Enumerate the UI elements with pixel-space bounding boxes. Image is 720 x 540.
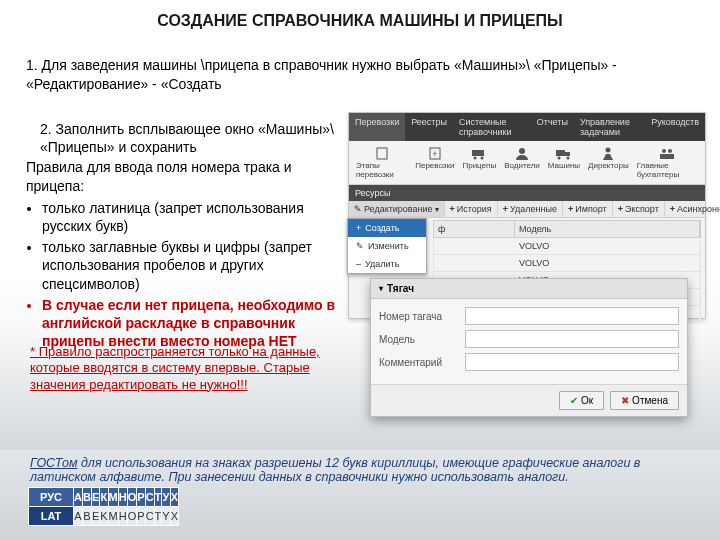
export-button[interactable]: +Экспорт <box>613 201 665 217</box>
menu-item[interactable]: Перевозки <box>349 113 405 141</box>
trailer-icon <box>470 146 488 160</box>
svg-rect-8 <box>565 152 570 156</box>
chevron-down-icon: ▾ <box>435 205 439 214</box>
svg-rect-7 <box>556 150 565 156</box>
minus-icon: – <box>356 259 361 269</box>
plus-icon: + <box>356 223 361 233</box>
grid-col-1[interactable]: ф <box>434 221 515 237</box>
tool-transports[interactable]: +Перевозки <box>412 144 457 181</box>
red-note: * Правило распространяется только на дан… <box>30 344 330 393</box>
ok-button[interactable]: ✔Ок <box>559 391 604 410</box>
step-2-text: 2. Заполнить всплывающее окно «Машины»\ … <box>26 120 336 156</box>
truck-icon <box>555 146 573 160</box>
svg-rect-3 <box>472 150 484 156</box>
table-rus-label: РУС <box>29 488 74 507</box>
gost-text: для использования на знаках разрешены 12… <box>30 456 640 484</box>
table-row: VOLVO <box>433 238 701 255</box>
table-row: VOLVO <box>433 255 701 272</box>
plus-icon: + <box>670 204 675 214</box>
popup-window: ▾Тягач Номер тагача Модель Комментарий ✔… <box>370 278 688 417</box>
edit-dropdown-button[interactable]: ✎Редактирование▾ <box>349 201 445 217</box>
gost-note: ГОСТом для использования на знаках разре… <box>30 456 690 484</box>
model-input[interactable] <box>465 330 679 348</box>
svg-point-12 <box>662 149 666 153</box>
svg-point-5 <box>481 157 484 160</box>
field-row: Комментарий <box>379 353 679 371</box>
menu-item[interactable]: Реестры <box>405 113 453 141</box>
plus-icon: + <box>618 204 623 214</box>
tractor-number-input[interactable] <box>465 307 679 325</box>
tool-directors[interactable]: Директоры <box>585 144 632 181</box>
history-button[interactable]: +История <box>445 201 498 217</box>
rule-item: только латиница (запрет использования ру… <box>42 199 336 235</box>
menu-item[interactable]: Руководств <box>645 113 705 141</box>
tool-trucks[interactable]: Машины <box>545 144 583 181</box>
cross-icon: ✖ <box>621 395 629 406</box>
clipboard-plus-icon: + <box>426 146 444 160</box>
async-button[interactable]: +Асинхронн <box>665 201 720 217</box>
svg-rect-14 <box>660 154 674 159</box>
tool-trailers[interactable]: Прицепы <box>459 144 499 181</box>
dropdown-create[interactable]: +Создать <box>348 219 426 237</box>
svg-point-4 <box>474 157 477 160</box>
person-suit-icon <box>599 146 617 160</box>
svg-point-10 <box>566 157 569 160</box>
import-button[interactable]: +Импорт <box>563 201 613 217</box>
chevron-down-icon[interactable]: ▾ <box>379 284 383 293</box>
menu-item[interactable]: Системные справочники <box>453 113 531 141</box>
resources-header: Ресурсы <box>349 185 705 201</box>
deleted-button[interactable]: +Удаленные <box>498 201 563 217</box>
step-1-text: 1. Для заведения машины \прицепа в справ… <box>26 56 694 94</box>
menu-item[interactable]: Отчеты <box>531 113 574 141</box>
svg-point-9 <box>557 157 560 160</box>
svg-point-13 <box>668 149 672 153</box>
rule-item: только заглавные буквы и цифры (запрет и… <box>42 238 336 293</box>
rules-heading: Правила для ввода поля номера трака и пр… <box>26 158 336 194</box>
gost-link[interactable]: ГОСТом <box>30 456 77 470</box>
edit-dropdown-menu: +Создать ✎Изменить –Удалить <box>347 218 427 274</box>
field-label: Комментарий <box>379 357 465 368</box>
grid-col-2[interactable]: Модель <box>515 221 700 237</box>
team-icon <box>658 146 676 160</box>
check-icon: ✔ <box>570 395 578 406</box>
menu-item[interactable]: Управление задачами <box>574 113 645 141</box>
dropdown-delete[interactable]: –Удалить <box>348 255 426 273</box>
pencil-icon: ✎ <box>356 241 364 251</box>
edit-bar: ✎Редактирование▾ +История +Удаленные +Им… <box>349 201 705 218</box>
menu-bar: Перевозки Реестры Системные справочники … <box>349 113 705 141</box>
popup-title: ▾Тягач <box>371 279 687 299</box>
plus-icon: + <box>568 204 573 214</box>
plus-icon: + <box>503 204 508 214</box>
person-icon <box>513 146 531 160</box>
tool-stages[interactable]: Этапы перевозки <box>353 144 410 181</box>
left-column: 2. Заполнить всплывающее окно «Машины»\ … <box>26 120 336 353</box>
tool-accountants[interactable]: Главные бухгалтеры <box>634 144 701 181</box>
dropdown-change[interactable]: ✎Изменить <box>348 237 426 255</box>
svg-rect-0 <box>377 148 387 159</box>
field-row: Номер тагача <box>379 307 679 325</box>
slide-title: СОЗДАНИЕ СПРАВОЧНИКА МАШИНЫ И ПРИЦЕПЫ <box>0 12 720 30</box>
comment-input[interactable] <box>465 353 679 371</box>
pencil-icon: ✎ <box>354 204 362 214</box>
svg-point-11 <box>606 148 611 153</box>
clipboard-icon <box>373 146 391 160</box>
tool-drivers[interactable]: Водители <box>501 144 543 181</box>
cancel-button[interactable]: ✖Отмена <box>610 391 679 410</box>
field-label: Модель <box>379 334 465 345</box>
table-lat-label: LAT <box>29 507 74 526</box>
svg-point-6 <box>519 148 525 154</box>
field-row: Модель <box>379 330 679 348</box>
transliteration-table: РУС АВЕКМНОРСТУХ LAT ABEKMHOPCTYX <box>28 487 179 526</box>
toolbar: Этапы перевозки +Перевозки Прицепы Водит… <box>349 141 705 185</box>
rule-item-emphasis: В случае если нет прицепа, необходимо в … <box>42 296 336 351</box>
plus-icon: + <box>450 204 455 214</box>
field-label: Номер тагача <box>379 311 465 322</box>
svg-text:+: + <box>432 149 437 159</box>
